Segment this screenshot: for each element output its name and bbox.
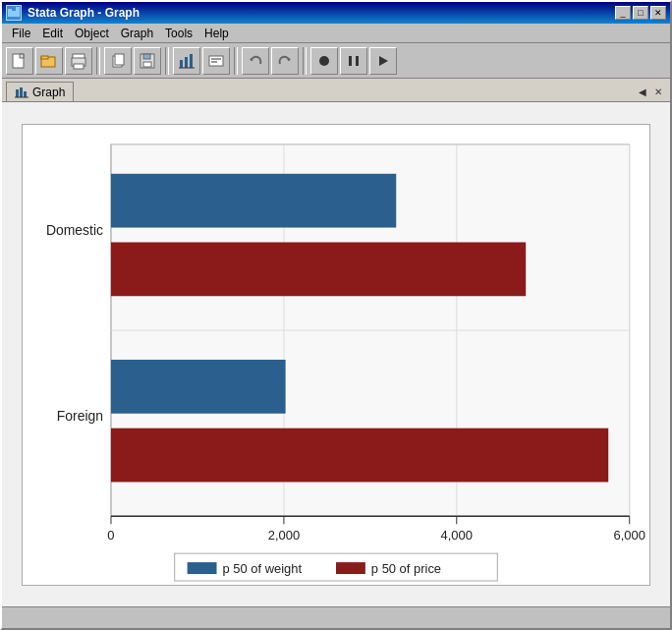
svg-rect-16 xyxy=(190,54,193,68)
main-chart[interactable]: Domestic Foreign 0 2,000 4,000 6,000 p 5… xyxy=(22,124,650,586)
title-bar-left: Stata Graph - Graph xyxy=(6,5,140,21)
copy-button[interactable] xyxy=(104,47,132,75)
svg-rect-18 xyxy=(209,56,223,66)
svg-marker-26 xyxy=(379,56,388,66)
play-button[interactable] xyxy=(369,47,397,75)
minimize-button[interactable]: _ xyxy=(615,6,631,20)
menu-help[interactable]: Help xyxy=(198,26,235,41)
chart-wrapper: Domestic Foreign 0 2,000 4,000 6,000 p 5… xyxy=(2,102,670,606)
title-bar-buttons: _ □ ✕ xyxy=(615,6,666,20)
menu-file[interactable]: File xyxy=(6,26,36,41)
separator-1 xyxy=(96,47,100,75)
edit-button[interactable] xyxy=(202,47,230,75)
menu-tools[interactable]: Tools xyxy=(159,26,198,41)
svg-rect-25 xyxy=(356,56,359,66)
xaxis-label-6000: 6,000 xyxy=(614,528,645,543)
xaxis-label-2000: 2,000 xyxy=(268,528,300,543)
domestic-weight-bar xyxy=(111,173,396,227)
svg-rect-2 xyxy=(16,7,20,17)
maximize-button[interactable]: □ xyxy=(633,6,648,20)
foreign-price-bar xyxy=(111,428,608,482)
svg-rect-10 xyxy=(115,54,124,65)
tab-close[interactable]: ✕ xyxy=(654,86,662,97)
foreign-weight-bar xyxy=(111,359,286,413)
separator-4 xyxy=(303,47,307,75)
status-bar xyxy=(2,606,670,628)
menu-graph[interactable]: Graph xyxy=(115,26,159,41)
separator-2 xyxy=(165,47,169,75)
svg-rect-1 xyxy=(12,11,16,17)
legend-weight-label: p 50 of weight xyxy=(222,561,302,576)
legend-weight-color xyxy=(188,562,217,574)
separator-3 xyxy=(234,47,238,75)
tab-graph[interactable]: Graph xyxy=(6,82,74,101)
svg-rect-13 xyxy=(143,54,150,59)
pause-button[interactable] xyxy=(340,47,367,75)
toolbar xyxy=(2,43,670,79)
open-button[interactable] xyxy=(35,47,63,75)
svg-rect-27 xyxy=(16,89,19,97)
svg-rect-29 xyxy=(24,91,27,97)
xaxis-label-4000: 4,000 xyxy=(441,528,473,543)
redo-button[interactable] xyxy=(271,47,299,75)
window-content: Domestic Foreign 0 2,000 4,000 6,000 p 5… xyxy=(2,102,670,606)
chart-type-button[interactable] xyxy=(173,47,200,75)
xaxis-label-0: 0 xyxy=(107,528,114,543)
svg-rect-14 xyxy=(180,60,183,68)
tab-bar: Graph ◀ ✕ xyxy=(2,79,670,102)
menu-object[interactable]: Object xyxy=(69,26,115,41)
menu-bar: File Edit Object Graph Tools Help xyxy=(2,24,670,43)
tab-nav-prev[interactable]: ◀ xyxy=(639,86,646,97)
undo-button[interactable] xyxy=(242,47,269,75)
svg-point-23 xyxy=(319,56,329,66)
svg-rect-8 xyxy=(74,64,84,69)
app-icon xyxy=(6,5,22,21)
domestic-label: Domestic xyxy=(46,221,103,237)
record-button[interactable] xyxy=(310,47,338,75)
menu-edit[interactable]: Edit xyxy=(36,26,69,41)
foreign-label: Foreign xyxy=(57,407,103,423)
print-button[interactable] xyxy=(65,47,92,75)
svg-rect-5 xyxy=(41,56,48,59)
svg-rect-0 xyxy=(8,9,12,17)
close-button[interactable]: ✕ xyxy=(650,6,666,20)
legend-price-color xyxy=(336,562,365,574)
title-bar: Stata Graph - Graph _ □ ✕ xyxy=(2,2,670,24)
save-as-button[interactable] xyxy=(134,47,161,75)
new-button[interactable] xyxy=(6,47,33,75)
main-window: Stata Graph - Graph _ □ ✕ File Edit Obje… xyxy=(0,0,672,630)
legend-price-label: p 50 of price xyxy=(371,561,441,576)
domestic-price-bar xyxy=(111,242,526,296)
svg-rect-24 xyxy=(349,56,352,66)
tab-graph-label: Graph xyxy=(32,86,65,99)
window-title: Stata Graph - Graph xyxy=(28,6,140,20)
svg-rect-28 xyxy=(20,87,23,97)
svg-rect-12 xyxy=(143,62,151,67)
svg-rect-15 xyxy=(185,57,188,68)
